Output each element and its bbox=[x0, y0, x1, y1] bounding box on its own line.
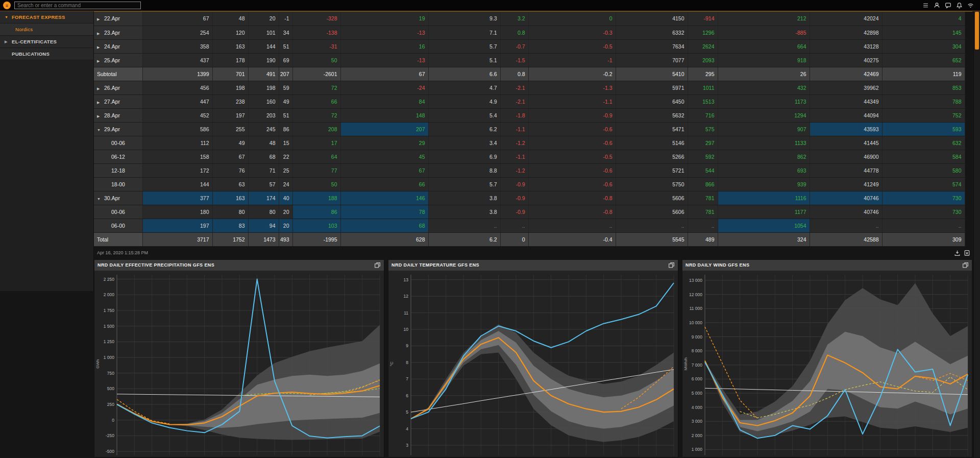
value-cell[interactable]: 7634 bbox=[616, 39, 688, 53]
value-cell[interactable]: 432 bbox=[718, 81, 810, 94]
value-cell[interactable]: -0.6 bbox=[528, 177, 616, 191]
row-label-cell[interactable]: 06-12 bbox=[94, 150, 142, 163]
value-cell[interactable]: 46900 bbox=[810, 150, 882, 163]
value-cell[interactable]: 174 bbox=[248, 191, 279, 205]
expand-arrow-icon[interactable]: ▶ bbox=[97, 59, 101, 63]
value-cell[interactable]: 544 bbox=[688, 163, 718, 177]
value-cell[interactable]: 447 bbox=[142, 94, 212, 108]
expand-arrow-icon[interactable]: ▶ bbox=[97, 101, 101, 105]
row-label-cell[interactable]: ▶26.Apr bbox=[94, 81, 142, 94]
value-cell[interactable]: 208 bbox=[292, 122, 340, 136]
table-row[interactable]: 00-0618080802086783.8-0.9-0.856067811177… bbox=[94, 205, 965, 219]
value-cell[interactable]: 50 bbox=[292, 177, 340, 191]
value-cell[interactable]: 26 bbox=[718, 67, 810, 81]
value-cell[interactable]: 178 bbox=[212, 53, 248, 67]
value-cell[interactable]: 120 bbox=[212, 26, 248, 39]
value-cell[interactable]: 574 bbox=[882, 177, 965, 191]
value-cell[interactable]: 163 bbox=[212, 191, 248, 205]
value-cell[interactable]: -0.9 bbox=[500, 191, 528, 205]
sidebar-item-forecast-express[interactable]: ▼FORECAST EXPRESS bbox=[0, 11, 93, 23]
chat-icon[interactable] bbox=[945, 2, 951, 9]
popout-icon[interactable] bbox=[374, 262, 381, 269]
value-cell[interactable]: 939 bbox=[718, 177, 810, 191]
value-cell[interactable]: 67 bbox=[340, 163, 428, 177]
value-cell[interactable]: 304 bbox=[882, 39, 965, 53]
value-cell[interactable]: 4150 bbox=[616, 12, 688, 26]
value-cell[interactable]: 160 bbox=[248, 94, 279, 108]
value-cell[interactable]: 295 bbox=[688, 67, 718, 81]
value-cell[interactable]: -1995 bbox=[292, 232, 340, 246]
value-cell[interactable]: 0.8 bbox=[500, 67, 528, 81]
table-row[interactable]: 06-0019783942010368..........1054.... bbox=[94, 219, 965, 232]
value-cell[interactable]: 693 bbox=[718, 163, 810, 177]
sidebar-item-publications[interactable]: PUBLICATIONS bbox=[0, 48, 93, 60]
value-cell[interactable]: -0.9 bbox=[500, 205, 528, 219]
value-cell[interactable]: 163 bbox=[212, 39, 248, 53]
value-cell[interactable]: 172 bbox=[142, 163, 212, 177]
value-cell[interactable]: 788 bbox=[882, 94, 965, 108]
value-cell[interactable]: -1 bbox=[279, 12, 292, 26]
value-cell[interactable]: 146 bbox=[340, 191, 428, 205]
value-cell[interactable]: -0.5 bbox=[528, 150, 616, 163]
value-cell[interactable]: 254 bbox=[142, 26, 212, 39]
value-cell[interactable]: 22 bbox=[279, 150, 292, 163]
value-cell[interactable]: 66 bbox=[292, 94, 340, 108]
value-cell[interactable]: 34 bbox=[279, 26, 292, 39]
bell-icon[interactable] bbox=[956, 2, 963, 9]
popout-icon[interactable] bbox=[668, 262, 675, 269]
value-cell[interactable]: -24 bbox=[340, 81, 428, 94]
row-label-cell[interactable]: 12-18 bbox=[94, 163, 142, 177]
value-cell[interactable]: 20 bbox=[279, 219, 292, 232]
value-cell[interactable]: 68 bbox=[340, 219, 428, 232]
value-cell[interactable]: .. bbox=[882, 219, 965, 232]
value-cell[interactable]: 43128 bbox=[810, 39, 882, 53]
value-cell[interactable]: -0.5 bbox=[528, 39, 616, 53]
value-cell[interactable]: 324 bbox=[718, 232, 810, 246]
value-cell[interactable]: 67 bbox=[340, 67, 428, 81]
value-cell[interactable]: -0.9 bbox=[528, 108, 616, 122]
value-cell[interactable]: 43593 bbox=[810, 122, 882, 136]
table-row[interactable]: ▶26.Apr4561981985972-244.7-2.1-1.3597110… bbox=[94, 81, 965, 94]
row-label-cell[interactable]: ▶24.Apr bbox=[94, 39, 142, 53]
value-cell[interactable]: 40275 bbox=[810, 53, 882, 67]
value-cell[interactable]: 1513 bbox=[688, 94, 718, 108]
value-cell[interactable]: 72 bbox=[292, 81, 340, 94]
value-cell[interactable]: 3.4 bbox=[428, 136, 500, 150]
value-cell[interactable]: .. bbox=[500, 219, 528, 232]
value-cell[interactable]: -0.9 bbox=[500, 177, 528, 191]
value-cell[interactable]: 575 bbox=[688, 122, 718, 136]
value-cell[interactable]: -138 bbox=[292, 26, 340, 39]
expand-arrow-icon[interactable]: ▶ bbox=[5, 40, 9, 44]
value-cell[interactable]: 198 bbox=[212, 81, 248, 94]
value-cell[interactable]: 664 bbox=[718, 39, 810, 53]
value-cell[interactable]: 781 bbox=[688, 205, 718, 219]
value-cell[interactable]: 71 bbox=[248, 163, 279, 177]
value-cell[interactable]: 207 bbox=[340, 122, 428, 136]
value-cell[interactable]: 63 bbox=[212, 177, 248, 191]
menu-icon[interactable] bbox=[922, 2, 929, 9]
value-cell[interactable]: -0.6 bbox=[528, 163, 616, 177]
value-cell[interactable]: 0 bbox=[528, 12, 616, 26]
export-excel-icon[interactable] bbox=[964, 250, 970, 256]
value-cell[interactable]: 40 bbox=[279, 191, 292, 205]
value-cell[interactable]: 42024 bbox=[810, 12, 882, 26]
value-cell[interactable]: 49 bbox=[279, 94, 292, 108]
app-logo-icon[interactable]: ≡ bbox=[3, 2, 11, 9]
value-cell[interactable]: 197 bbox=[212, 108, 248, 122]
value-cell[interactable]: -1.2 bbox=[500, 163, 528, 177]
value-cell[interactable]: 255 bbox=[212, 122, 248, 136]
value-cell[interactable]: -1.1 bbox=[500, 122, 528, 136]
value-cell[interactable]: 19 bbox=[340, 12, 428, 26]
value-cell[interactable]: 212 bbox=[718, 12, 810, 26]
value-cell[interactable]: 66 bbox=[340, 177, 428, 191]
value-cell[interactable]: -1.3 bbox=[528, 81, 616, 94]
value-cell[interactable]: -0.4 bbox=[528, 232, 616, 246]
scrollbar-thumb[interactable] bbox=[975, 12, 979, 50]
value-cell[interactable]: 5.4 bbox=[428, 108, 500, 122]
value-cell[interactable]: 5632 bbox=[616, 108, 688, 122]
value-cell[interactable]: 101 bbox=[248, 26, 279, 39]
value-cell[interactable]: 207 bbox=[279, 67, 292, 81]
value-cell[interactable]: 3.8 bbox=[428, 191, 500, 205]
table-row[interactable]: ▶24.Apr35816314451-31165.7-0.7-0.5763426… bbox=[94, 39, 965, 53]
value-cell[interactable]: 628 bbox=[340, 232, 428, 246]
